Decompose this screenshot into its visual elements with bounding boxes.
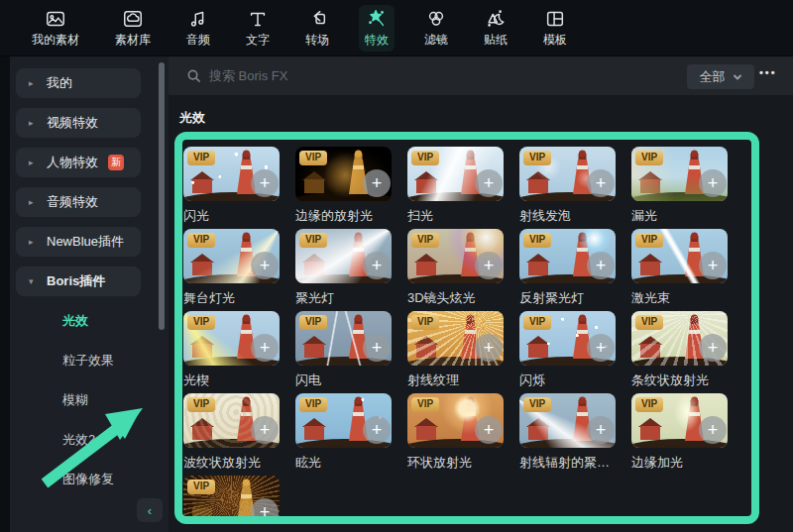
add-effect-button[interactable]: + xyxy=(587,416,615,444)
effect-card[interactable]: VIP + 激光束 xyxy=(631,229,728,311)
effect-card[interactable]: VIP + 边缘加光 xyxy=(631,393,728,476)
effect-card[interactable]: VIP + 波纹状放射光 xyxy=(183,393,280,476)
sidebar-item-2[interactable]: ▸视频特效 xyxy=(16,108,141,138)
effect-thumbnail[interactable]: VIP + xyxy=(183,147,280,201)
sidebar-item-4[interactable]: ▸音频特效 xyxy=(16,187,141,217)
sidebar-subitem-1[interactable]: 光效 xyxy=(62,312,88,330)
effect-card[interactable]: VIP + 3D镜头炫光 xyxy=(407,229,504,311)
chevron-right-icon: ▸ xyxy=(29,78,37,88)
search-input[interactable] xyxy=(209,68,536,83)
effect-card[interactable]: VIP + 反射聚光灯 xyxy=(519,229,616,311)
sidebar-item-1[interactable]: ▸我的 xyxy=(16,68,141,98)
effect-card[interactable]: VIP + 条纹状放射光 xyxy=(631,311,728,393)
effect-label: 闪光 xyxy=(183,207,280,225)
effect-thumbnail[interactable]: VIP + xyxy=(183,393,280,448)
nav-tab-2[interactable]: 素材库 xyxy=(109,5,157,52)
add-effect-button[interactable]: + xyxy=(363,416,391,444)
effect-thumbnail[interactable]: VIP + xyxy=(407,147,504,201)
filters-icon xyxy=(425,8,447,30)
effect-card[interactable]: VIP + 环状放射光 xyxy=(407,393,504,476)
effect-card[interactable]: VIP + 聚光灯 xyxy=(295,229,392,311)
effect-thumbnail[interactable]: VIP + xyxy=(631,393,728,448)
effect-thumbnail[interactable]: VIP + xyxy=(519,311,616,366)
effect-thumbnail[interactable]: VIP + xyxy=(407,229,504,283)
nav-tab-6[interactable]: 特效 xyxy=(359,5,395,52)
nav-tab-7[interactable]: 滤镜 xyxy=(418,5,454,52)
nav-tab-8[interactable]: 贴纸 xyxy=(478,5,513,52)
nav-tab-9[interactable]: 模板 xyxy=(537,5,573,52)
effect-label: 边缘的放射光 xyxy=(295,207,392,225)
add-effect-button[interactable]: + xyxy=(251,498,279,524)
add-effect-button[interactable]: + xyxy=(699,252,727,279)
effects-panel: 全部 ••• 光效 VIP + 闪光 xyxy=(169,56,793,532)
add-effect-button[interactable]: + xyxy=(587,334,615,362)
effect-card[interactable]: VIP + 闪电 xyxy=(295,311,392,393)
effect-label: 眩光 xyxy=(295,454,392,472)
effect-thumbnail[interactable]: VIP + xyxy=(519,393,616,448)
add-effect-button[interactable]: + xyxy=(475,252,503,279)
nav-tab-5[interactable]: 转场 xyxy=(299,5,335,52)
sidebar-item-6[interactable]: ▾Boris插件 xyxy=(16,266,141,296)
sidebar-subitem-4[interactable]: 光效2 xyxy=(62,431,95,449)
effect-thumbnail[interactable]: VIP + xyxy=(519,147,616,201)
add-effect-button[interactable]: + xyxy=(251,252,279,279)
effect-thumbnail[interactable]: VIP + xyxy=(183,311,280,366)
add-effect-button[interactable]: + xyxy=(363,252,391,279)
effect-card[interactable]: VIP + 舞台灯光 xyxy=(183,229,280,311)
add-effect-button[interactable]: + xyxy=(363,334,391,362)
effect-label: 闪烁 xyxy=(519,372,616,389)
vip-badge: VIP xyxy=(411,315,439,330)
effect-thumbnail[interactable]: VIP + xyxy=(631,147,728,201)
sidebar-collapse-button[interactable]: ‹ xyxy=(137,498,163,522)
effect-card[interactable]: VIP + 射线发泡 xyxy=(519,147,616,229)
add-effect-button[interactable]: + xyxy=(251,334,279,362)
effect-thumbnail[interactable]: VIP + xyxy=(407,393,504,448)
add-effect-button[interactable]: + xyxy=(699,169,727,197)
nav-tab-4[interactable]: 文字 xyxy=(240,5,276,52)
sidebar-item-5[interactable]: ▸NewBlue插件 xyxy=(16,227,141,257)
more-options-button[interactable]: ••• xyxy=(759,66,777,78)
effect-card[interactable]: VIP + 扫光 xyxy=(407,147,504,229)
effect-thumbnail[interactable]: VIP + xyxy=(407,311,504,366)
vip-badge: VIP xyxy=(187,479,215,494)
add-effect-button[interactable]: + xyxy=(363,169,391,197)
sidebar-subitem-5[interactable]: 图像修复 xyxy=(62,471,114,488)
sidebar-subitem-2[interactable]: 粒子效果 xyxy=(62,352,114,370)
add-effect-button[interactable]: + xyxy=(587,169,615,197)
effect-card[interactable]: VIP + 边缘的放射光 xyxy=(295,147,392,229)
add-effect-button[interactable]: + xyxy=(699,334,727,362)
sidebar-scrollbar[interactable] xyxy=(159,62,165,330)
effect-card[interactable]: VIP + 漏光 xyxy=(631,147,728,229)
add-effect-button[interactable]: + xyxy=(475,169,503,197)
nav-tab-1[interactable]: 我的素材 xyxy=(26,5,85,52)
add-effect-button[interactable]: + xyxy=(587,252,615,279)
add-effect-button[interactable]: + xyxy=(251,169,279,197)
add-effect-button[interactable]: + xyxy=(475,416,503,444)
effect-card[interactable]: VIP + 眩光 xyxy=(295,393,392,476)
add-effect-button[interactable]: + xyxy=(251,416,279,444)
effect-thumbnail[interactable]: VIP + xyxy=(295,229,392,283)
effect-thumbnail[interactable]: VIP + xyxy=(295,147,392,201)
effect-thumbnail[interactable]: VIP + xyxy=(631,229,728,283)
sidebar-item-3[interactable]: ▸人物特效新 xyxy=(16,148,141,177)
effect-card[interactable]: VIP + xyxy=(183,476,280,524)
add-effect-button[interactable]: + xyxy=(475,334,503,362)
vip-badge: VIP xyxy=(187,315,215,330)
effect-thumbnail[interactable]: VIP + xyxy=(295,311,392,366)
effect-thumbnail[interactable]: VIP + xyxy=(631,311,728,366)
effect-thumbnail[interactable]: VIP + xyxy=(295,393,392,448)
effect-card[interactable]: VIP + 光楔 xyxy=(183,311,280,393)
effect-thumbnail[interactable]: VIP + xyxy=(183,229,280,283)
effect-card[interactable]: VIP + 射线纹理 xyxy=(407,311,504,393)
effect-card[interactable]: VIP + 闪烁 xyxy=(519,311,616,393)
effect-thumbnail[interactable]: VIP + xyxy=(519,229,616,283)
effect-card[interactable]: VIP + 射线辐射的聚光灯 xyxy=(519,393,616,476)
transition-icon xyxy=(306,8,328,30)
filter-dropdown[interactable]: 全部 xyxy=(687,64,754,89)
effect-card[interactable]: VIP + 闪光 xyxy=(183,147,280,229)
sidebar-item-label: 视频特效 xyxy=(47,114,98,132)
sidebar-subitem-3[interactable]: 模糊 xyxy=(62,391,88,409)
nav-tab-3[interactable]: 音频 xyxy=(180,5,216,52)
effect-thumbnail[interactable]: VIP + xyxy=(183,476,280,524)
add-effect-button[interactable]: + xyxy=(699,416,727,444)
